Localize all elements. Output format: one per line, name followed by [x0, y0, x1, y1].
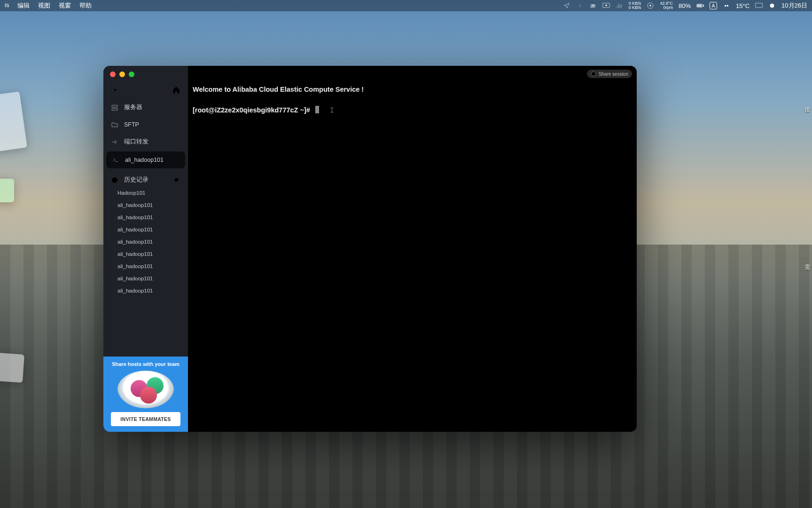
history-item[interactable]: ali_hadoop101	[103, 248, 188, 260]
folder-icon	[111, 121, 118, 128]
menu-help[interactable]: 帮助	[79, 1, 92, 10]
desktop-label: 需	[804, 263, 810, 271]
svg-point-15	[174, 178, 178, 182]
minimize-button[interactable]	[119, 71, 125, 77]
text-cursor-icon: 𝙸	[329, 105, 335, 116]
history-item[interactable]: ali_hadoop101	[103, 211, 188, 223]
menu-app[interactable]: is	[5, 1, 9, 10]
promo-headline: Share hosts with your team	[107, 361, 184, 367]
background-window	[0, 179, 14, 202]
background-window	[0, 351, 24, 383]
location-icon[interactable]	[563, 2, 570, 9]
terminal-icon	[112, 156, 119, 164]
termius-window: Share session 服务器 SFTP 端口转发 ali_hadoop10…	[103, 66, 637, 432]
sidebar-item-label: ali_hadoop101	[125, 157, 164, 163]
fan-icon[interactable]	[647, 2, 654, 9]
sidebar-item-sftp[interactable]: SFTP	[103, 116, 188, 133]
menubar-left: is 编辑 视图 视窗 帮助	[5, 1, 92, 10]
home-icon[interactable]	[172, 86, 180, 94]
menubar-right: æ 0 KB/s 0 KB/s 42.8°C 0rpm 80% A •• 15°…	[563, 1, 807, 10]
gear-icon[interactable]	[111, 86, 119, 94]
macos-menubar: is 编辑 视图 视窗 帮助 æ 0 KB/s 0 KB/s 42.8°C 0r…	[0, 0, 812, 11]
svg-point-3	[650, 5, 651, 7]
history-item[interactable]: Hadoop101	[103, 187, 188, 199]
sidebar-item-port-forwarding[interactable]: 端口转发	[103, 133, 188, 151]
server-icon	[111, 104, 118, 111]
sidebar-item-label: 服务器	[124, 103, 142, 111]
svg-point-1	[606, 5, 607, 6]
terminal-cursor	[315, 106, 319, 113]
share-session-button[interactable]: Share session	[587, 70, 632, 78]
rpm-value: 0rpm	[660, 6, 673, 10]
history-item[interactable]: ali_hadoop101	[103, 272, 188, 285]
display-icon[interactable]	[755, 2, 763, 9]
chevron-left-icon[interactable]	[576, 2, 584, 9]
sidebar-item-active-session[interactable]: ali_hadoop101	[106, 151, 185, 168]
history-item[interactable]: ali_hadoop101	[103, 285, 188, 297]
svg-rect-13	[112, 108, 117, 110]
menu-edit[interactable]: 编辑	[17, 1, 30, 10]
menu-window[interactable]: 视窗	[59, 1, 71, 10]
invite-teammates-button[interactable]: INVITE TEAMMATES	[111, 412, 180, 426]
history-item[interactable]: ali_hadoop101	[103, 223, 188, 236]
svg-point-10	[591, 72, 595, 76]
sidebar-item-label: 端口转发	[124, 138, 148, 146]
svg-rect-6	[697, 5, 702, 7]
invite-promo: Share hosts with your team INVITE TEAMMA…	[103, 357, 188, 432]
sidebar-item-label: SFTP	[124, 121, 139, 128]
battery-icon[interactable]	[696, 2, 704, 9]
history-section-header: 历史记录	[103, 169, 188, 187]
menubar-date: 10月26日	[781, 1, 807, 10]
svg-rect-5	[703, 5, 703, 6]
svg-point-8	[770, 4, 774, 8]
terminal-welcome-line: Welcome to Alibaba Cloud Elastic Compute…	[193, 86, 364, 93]
promo-illustration	[117, 371, 174, 408]
search-icon[interactable]	[173, 176, 180, 184]
terminal-prompt: [root@iZ2ze2x0qiesbgi9kd777cZ ~]#	[193, 106, 310, 114]
history-label: 历史记录	[124, 176, 148, 184]
battery-percent: 80%	[679, 2, 691, 9]
share-session-label: Share session	[599, 71, 628, 77]
window-controls	[110, 71, 134, 77]
screen-icon[interactable]	[602, 2, 610, 9]
network-speed: 0 KB/s 0 KB/s	[629, 1, 641, 10]
activity-icon[interactable]	[616, 2, 623, 9]
terminal-pane[interactable]: Welcome to Alibaba Cloud Elastic Compute…	[188, 66, 637, 432]
close-button[interactable]	[110, 71, 116, 77]
temperature: 42.8°C 0rpm	[660, 1, 673, 10]
menu-view[interactable]: 视图	[38, 1, 50, 10]
svg-rect-12	[112, 105, 117, 107]
clock-icon	[111, 176, 118, 184]
ae-icon[interactable]: æ	[589, 2, 597, 9]
history-item[interactable]: ali_hadoop101	[103, 236, 188, 248]
status-dot-icon[interactable]	[768, 2, 776, 9]
history-item[interactable]: ali_hadoop101	[103, 199, 188, 211]
input-mode-badge[interactable]: A	[710, 2, 717, 9]
svg-rect-7	[756, 3, 763, 8]
weather-icon[interactable]: ••	[723, 2, 730, 9]
background-window	[0, 91, 27, 153]
desktop-label: 接	[804, 106, 810, 114]
net-down: 0 KB/s	[629, 6, 641, 10]
svg-point-11	[114, 89, 117, 91]
weather-temp: 15°C	[736, 2, 750, 9]
history-list: Hadoop101 ali_hadoop101 ali_hadoop101 al…	[103, 187, 188, 357]
zoom-button[interactable]	[129, 71, 134, 77]
sidebar-item-servers[interactable]: 服务器	[103, 99, 188, 116]
forward-icon	[111, 138, 118, 146]
history-item[interactable]: ali_hadoop101	[103, 260, 188, 272]
sidebar: 服务器 SFTP 端口转发 ali_hadoop101 历史记录 Hadoop1…	[103, 66, 188, 432]
